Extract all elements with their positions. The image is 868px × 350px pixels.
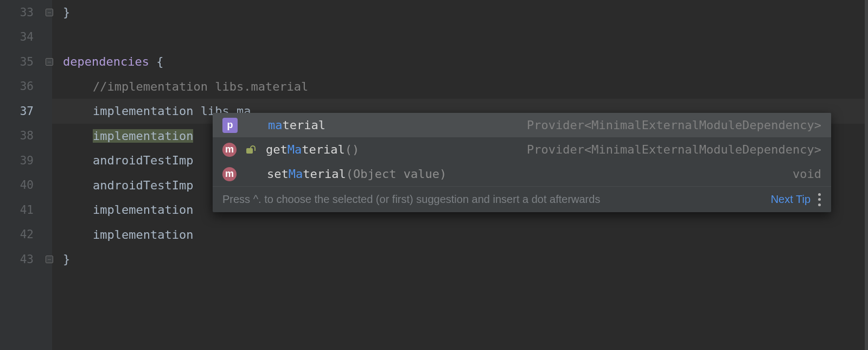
code-line[interactable]: – } bbox=[52, 0, 865, 25]
completion-type: void bbox=[793, 167, 821, 181]
completion-footer: Press ^. to choose the selected (or firs… bbox=[213, 186, 831, 212]
completion-match: Ma bbox=[288, 143, 302, 156]
more-options-icon[interactable] bbox=[818, 193, 821, 206]
completion-pre: get bbox=[266, 143, 288, 156]
completion-rest: terial bbox=[302, 143, 344, 156]
method-icon: m bbox=[222, 143, 237, 157]
completion-item[interactable]: m getMaterial() Provider<MinimalExternal… bbox=[213, 137, 831, 162]
code-token: //implementation libs.material bbox=[93, 80, 308, 93]
completion-type: Provider<MinimalExternalModuleDependency… bbox=[527, 118, 821, 132]
code-completion-popup: p material Provider<MinimalExternalModul… bbox=[213, 113, 831, 212]
code-line[interactable]: //implementation libs.material bbox=[52, 74, 865, 99]
code-token: { bbox=[149, 55, 164, 68]
line-number: 38 bbox=[0, 124, 52, 149]
completion-rest: terial bbox=[303, 167, 346, 181]
line-number: 39 bbox=[0, 148, 52, 173]
completion-post: () bbox=[345, 143, 360, 156]
code-token: androidTestImp bbox=[93, 179, 193, 192]
completion-match: Ma bbox=[289, 167, 303, 181]
code-token: implementation bbox=[93, 203, 193, 217]
completion-item[interactable]: p material Provider<MinimalExternalModul… bbox=[213, 113, 831, 137]
fold-end-icon[interactable]: – bbox=[46, 256, 53, 263]
line-number: 34 bbox=[0, 25, 52, 50]
completion-type: Provider<MinimalExternalModuleDependency… bbox=[527, 143, 821, 156]
next-tip-link[interactable]: Next Tip bbox=[771, 193, 810, 206]
line-number: 42 bbox=[0, 222, 52, 247]
property-icon: p bbox=[222, 118, 238, 133]
completion-rest: terial bbox=[283, 118, 326, 132]
line-number: 40 bbox=[0, 173, 52, 198]
code-token: implementation bbox=[93, 129, 193, 143]
code-editor[interactable]: – } – dependencies { //implementation li… bbox=[52, 0, 868, 350]
code-line[interactable] bbox=[52, 25, 865, 50]
code-token: implementation bbox=[93, 104, 193, 118]
code-token: androidTestImp bbox=[93, 154, 193, 167]
line-number: 41 bbox=[0, 198, 52, 222]
completion-tip: Press ^. to choose the selected (or firs… bbox=[222, 193, 763, 206]
fold-start-icon[interactable]: – bbox=[46, 58, 53, 66]
line-number: 43 bbox=[0, 247, 52, 272]
code-token: dependencies bbox=[63, 55, 149, 68]
code-line[interactable]: – dependencies { bbox=[52, 49, 865, 74]
line-number: 36 bbox=[0, 74, 52, 99]
line-number: 35 bbox=[0, 49, 52, 74]
code-token: } bbox=[63, 252, 70, 266]
line-number-gutter: 33 34 35 36 37 38 39 40 41 42 43 bbox=[0, 0, 52, 350]
code-line[interactable]: – } bbox=[52, 247, 865, 272]
line-number: 37 bbox=[0, 99, 52, 124]
line-number: 33 bbox=[0, 0, 52, 25]
completion-post: (Object value) bbox=[346, 167, 446, 181]
completion-pre: set bbox=[267, 167, 289, 181]
code-token: implementation bbox=[93, 228, 193, 241]
code-line[interactable]: implementation bbox=[52, 222, 865, 247]
completion-item[interactable]: m setMaterial(Object value) void bbox=[213, 162, 831, 186]
method-icon: m bbox=[222, 167, 237, 181]
completion-match: ma bbox=[268, 118, 283, 132]
lock-icon bbox=[244, 144, 256, 156]
fold-end-icon[interactable]: – bbox=[46, 9, 53, 16]
code-token: } bbox=[63, 5, 70, 19]
